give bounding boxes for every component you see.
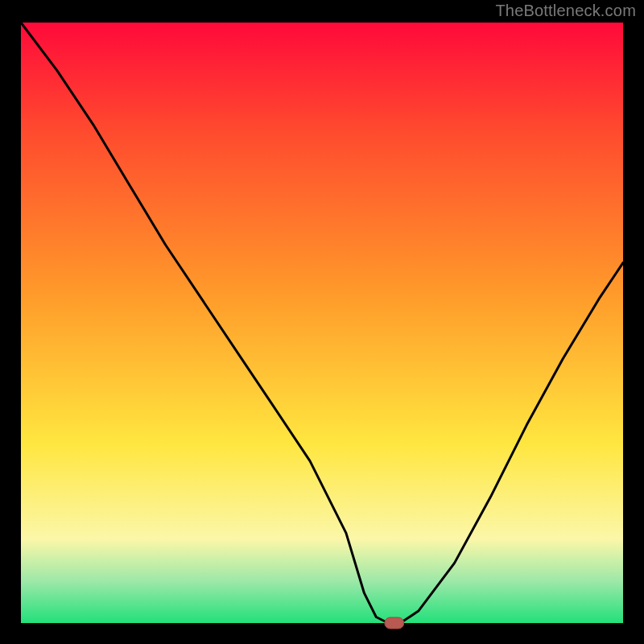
minimum-marker (385, 617, 404, 629)
chart-root: { "watermark": "TheBottleneck.com", "col… (0, 0, 644, 644)
watermark-label: TheBottleneck.com (495, 2, 636, 20)
bottleneck-chart (0, 0, 644, 644)
plot-background (21, 23, 623, 623)
